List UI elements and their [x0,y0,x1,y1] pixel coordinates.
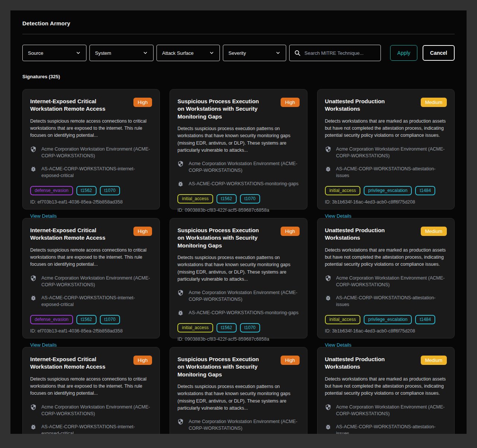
shield-icon [30,275,37,281]
environment-text: Acme Corporation Workstation Environment… [336,275,447,288]
bug-icon [30,295,37,301]
severity-badge: High [133,227,152,236]
attack-surface-text: AS-ACME-CORP-WORKSTATIONS-attestation-is… [336,294,447,308]
signature-description: Detects workstations that are marked as … [325,376,447,397]
mitre-tag: t1484 [415,186,435,195]
attack-surface-text: AS-ACME-CORP-WORKSTATIONS-internet-expos… [41,165,152,179]
mitre-tag: t1070 [100,315,120,324]
mitre-tag: initial_access [325,186,360,195]
severity-badge: High [281,98,300,107]
search-icon [294,50,301,56]
tag-row: defense_evasiont1562t1070 [30,186,152,195]
signature-id: ID: ef703b13-eaf1-4036-85ea-2f5b858ad358 [30,199,152,205]
attack-surface-text: AS-ACME-CORP-WORKSTATIONS-internet-expos… [41,294,152,308]
attack-surface-text: AS-ACME-CORP-WORKSTATIONS-attestation-is… [336,423,447,434]
attack-surface-filter-dropdown[interactable]: Attack Surface [157,45,220,61]
mitre-tag: initial_access [177,323,213,332]
cancel-button[interactable]: Cancel [423,45,455,61]
signature-description: Detects suspicious process execution pat… [177,254,299,283]
bug-icon [325,424,331,430]
mitre-tag: initial_access [325,315,360,324]
attack-surface-text: AS-ACME-CORP-WORKSTATIONS-internet-expos… [41,423,152,434]
signature-card: Suspicious Process Execution on Workstat… [170,347,307,434]
bug-icon [30,424,37,430]
system-filter-dropdown[interactable]: System [89,45,154,61]
tag-row: initial_accessprivilege_escalationt1484 [325,315,447,324]
environment-text: Acme Corporation Workstation Environment… [189,418,299,432]
mitre-tag: t1070 [240,194,260,204]
severity-filter-dropdown[interactable]: Severity [223,45,286,61]
signature-title: Suspicious Process Execution on Workstat… [177,227,263,249]
mitre-tag: t1562 [76,315,97,324]
header-divider [22,34,455,34]
signature-card: Unattested Production Workstations Mediu… [317,89,455,209]
mitre-tag: t1562 [76,186,97,195]
shield-icon [30,404,37,410]
chevron-down-icon [76,50,81,56]
shield-icon [325,275,331,281]
mitre-tag: defense_evasion [30,315,73,324]
detection-armory-window: Detection Armory Source System Attack Su… [10,10,467,434]
filter-bar: Source System Attack Surface Severity [22,45,455,61]
attack-surface-text: AS-ACME-CORP-WORKSTATIONS-monitoring-gap… [189,180,298,187]
bug-icon [30,166,37,172]
shield-icon [325,404,331,410]
signature-id: ID: 3b1b634f-16ac-4ed3-acb0-c8ff6f75d208 [325,199,447,205]
shield-icon [30,146,37,152]
signature-description: Detects workstations that are marked as … [325,247,447,268]
page-title: Detection Armory [22,20,455,26]
signature-grid: Internet-Exposed Critical Workstation Re… [22,89,455,434]
shield-icon [177,419,184,425]
attack-surface-filter-label: Attack Surface [162,50,194,56]
chevron-down-icon [275,50,281,56]
signature-id: ID: 3b1b634f-16ac-4ed3-acb0-c8ff6f75d208 [325,328,447,334]
signature-title: Unattested Production Workstations [325,356,411,371]
signature-description: Detects workstations that are marked as … [325,118,447,139]
signature-card: Suspicious Process Execution on Workstat… [170,218,307,338]
tag-row: initial_accesst1562t1070 [177,194,299,204]
signature-card: Internet-Exposed Critical Workstation Re… [22,347,160,434]
apply-button[interactable]: Apply [390,45,417,61]
environment-text: Acme Corporation Workstation Environment… [336,404,447,417]
signature-id: ID: ef703b13-eaf1-4036-85ea-2f5b858ad358 [30,328,152,334]
signature-card: Unattested Production Workstations Mediu… [317,218,455,338]
tag-row: initial_accessprivilege_escalationt1484 [325,186,447,195]
mitre-tag: t1070 [240,323,260,332]
signature-description: Detects suspicious remote access connect… [30,118,152,139]
environment-text: Acme Corporation Workstation Environment… [189,160,299,174]
chevron-down-icon [143,50,148,56]
severity-badge: High [281,227,300,236]
severity-badge: High [133,98,152,107]
signature-id: ID: 0903883b-cf83-422f-acf5-859687c6858a [177,208,299,213]
signature-card: Suspicious Process Execution on Workstat… [170,89,307,209]
signature-id: ID: 0903883b-cf83-422f-acf5-859687c6858a [177,337,299,342]
environment-text: Acme Corporation Workstation Environment… [41,404,152,417]
mitre-tag: t1562 [217,194,237,204]
signatures-count-heading: Signatures (325) [22,74,455,79]
shield-icon [325,146,331,152]
shield-icon [177,161,184,167]
signature-title: Internet-Exposed Critical Workstation Re… [30,356,116,371]
mitre-tag: privilege_escalation [364,315,412,324]
signature-title: Suspicious Process Execution on Workstat… [177,356,263,378]
bug-icon [177,181,184,187]
mitre-tag: initial_access [177,194,213,204]
search-input[interactable] [304,50,376,56]
signature-title: Unattested Production Workstations [325,227,411,242]
shield-icon [177,290,184,296]
mitre-search-box [289,45,381,61]
severity-badge: High [281,356,300,365]
chevron-down-icon [209,50,214,56]
severity-badge: High [133,356,152,365]
attack-surface-text: AS-ACME-CORP-WORKSTATIONS-monitoring-gap… [189,309,298,316]
environment-text: Acme Corporation Workstation Environment… [41,275,152,288]
source-filter-dropdown[interactable]: Source [22,45,86,61]
signature-description: Detects suspicious remote access connect… [30,376,152,397]
signature-card: Unattested Production Workstations Mediu… [317,347,455,434]
mitre-tag: t1562 [217,323,237,332]
filter-actions: Apply Cancel [390,45,455,61]
attack-surface-text: AS-ACME-CORP-WORKSTATIONS-attestation-is… [336,165,447,179]
bug-icon [325,166,331,172]
mitre-tag: defense_evasion [30,186,73,195]
bug-icon [177,310,184,316]
